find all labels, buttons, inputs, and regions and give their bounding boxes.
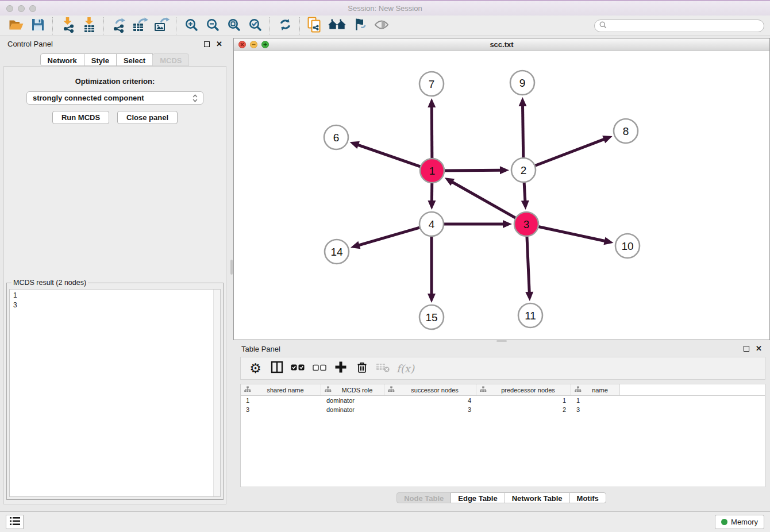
minimize-window-button[interactable] [18,5,25,12]
table-cell[interactable]: 1 [241,397,321,404]
mcds-panel: Optimization criterion: strongly connect… [3,66,226,504]
toolbar-separator [299,17,300,34]
window-title: Session: New Session [0,4,770,13]
graph-edge[interactable] [534,139,605,166]
column-header-2[interactable]: successor nodes [384,384,476,395]
mcds-result-title: MCDS result (2 nodes) [11,279,88,287]
zoom-out-button[interactable] [202,17,223,35]
table-cell[interactable]: 3 [384,406,476,413]
zoom-in-icon [184,18,198,34]
show-hide-button[interactable] [371,17,392,35]
graph-edge[interactable] [432,106,432,160]
table-cell[interactable]: dominator [321,406,384,413]
column-type-icon [244,386,251,394]
zoom-window-button[interactable] [29,5,36,12]
graph-edge-arrowhead [503,220,512,228]
zoom-in-button[interactable] [180,17,202,35]
memory-button[interactable]: Memory [715,515,764,529]
tab-mcds[interactable]: MCDS [152,53,189,66]
run-mcds-button[interactable]: Run MCDS [52,111,109,124]
export-network-button[interactable] [108,17,129,35]
graph-edge[interactable] [357,145,422,167]
right-column: scc.txt 1234678910111415 Table Panel [233,36,770,511]
horizontal-splitter[interactable] [233,340,770,342]
close-panel-button[interactable]: Close panel [117,111,178,124]
delete-table-button [373,358,393,378]
column-header-label: name [584,387,616,394]
graph-edge[interactable] [523,105,523,159]
tab-select[interactable]: Select [116,53,153,66]
fit-content-icon [227,18,241,34]
delete-columns-button[interactable] [352,358,372,378]
graph-edge-arrowhead [428,201,436,210]
vertical-splitter[interactable] [230,36,233,511]
open-session-button[interactable] [6,17,27,35]
import-network-button[interactable] [57,17,78,35]
column-header-label: predecessor nodes [489,387,567,394]
home-button[interactable] [325,17,349,35]
mcds-result-line: 3 [13,300,212,310]
flag-button[interactable] [349,17,371,35]
table-settings-button[interactable]: ⚙ [245,358,265,378]
float-panel-icon[interactable] [204,41,210,47]
graph-node-label: 9 [519,77,526,89]
table-cell[interactable]: 3 [241,406,321,413]
tab-style[interactable]: Style [84,53,117,66]
search-input[interactable] [610,22,759,30]
zoom-selected-button[interactable] [244,17,265,35]
graph-edge[interactable] [527,235,529,293]
column-header-4[interactable]: name [571,384,620,395]
table-cell[interactable]: dominator [321,397,384,404]
graph-edge-arrowhead [350,141,360,149]
splitter-thumb[interactable] [496,340,507,342]
close-window-button[interactable] [6,5,13,12]
graph-edge[interactable] [537,226,606,241]
table-cell[interactable]: 1 [476,397,571,404]
export-table-button[interactable] [129,17,151,35]
task-history-button[interactable] [6,515,24,529]
table-tabs: Node Table Edge Table Network Table Moti… [233,492,770,503]
table-cell[interactable]: 4 [384,397,476,404]
add-column-button[interactable] [330,358,351,378]
fit-content-button[interactable] [223,17,244,35]
show-columns-button[interactable] [267,358,287,378]
table-body: 1dominator4113dominator323 [241,396,765,414]
float-panel-icon[interactable] [744,346,749,352]
graph-edge[interactable] [443,170,501,171]
criterion-select[interactable]: strongly connected component [26,91,203,105]
save-session-button[interactable] [27,17,48,35]
graph-edge[interactable] [524,181,525,202]
close-panel-icon[interactable]: ✕ [756,346,762,352]
select-all-columns-button[interactable] [288,358,308,378]
mcds-result-textarea[interactable]: 13 [9,289,221,497]
frame-close-button[interactable] [238,41,246,48]
tab-network-table[interactable]: Network Table [505,492,570,503]
refresh-button[interactable] [274,17,295,35]
table-cell[interactable]: 3 [571,406,620,413]
graph-node-label: 3 [523,218,530,230]
result-scrollbar[interactable] [213,290,220,496]
network-canvas[interactable]: 1234678910111415 [234,51,769,340]
table-cell[interactable]: 1 [571,397,620,404]
frame-minimize-button[interactable] [250,41,257,48]
frame-maximize-button[interactable] [261,41,269,48]
column-type-icon [388,386,395,394]
optimization-criterion-label: Optimization criterion: [4,77,226,86]
column-header-1[interactable]: MCDS role [321,384,384,395]
graph-edge[interactable] [358,227,421,245]
close-panel-icon[interactable]: ✕ [216,41,222,47]
splitter-thumb[interactable] [230,260,233,275]
clone-network-button[interactable] [304,17,325,35]
tab-node-table[interactable]: Node Table [396,492,451,503]
tab-network[interactable]: Network [40,53,84,66]
table-cell[interactable]: 2 [476,406,571,413]
graph-edge[interactable] [452,182,517,218]
tab-edge-table[interactable]: Edge Table [451,492,505,503]
column-header-3[interactable]: predecessor nodes [476,384,571,395]
unselect-all-columns-button[interactable] [309,358,329,378]
export-image-button[interactable] [151,17,172,35]
import-table-button[interactable] [78,17,99,35]
column-header-0[interactable]: shared name [241,384,321,395]
main-area: Control Panel ✕ Network Style Select MCD… [0,36,770,511]
tab-motifs[interactable]: Motifs [569,492,606,503]
